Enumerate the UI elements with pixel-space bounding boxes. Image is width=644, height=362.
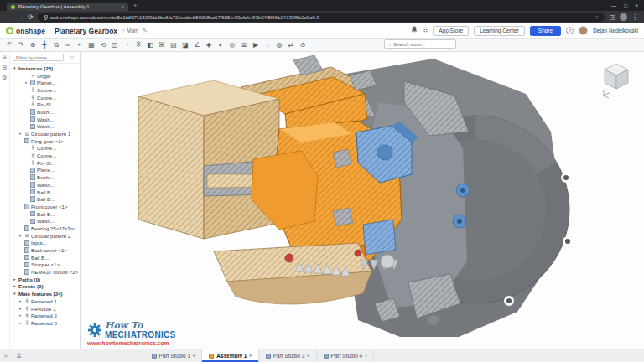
display-states-icon[interactable]: ◧ [144, 39, 156, 50]
user-avatar[interactable] [579, 26, 588, 35]
tree-row[interactable]: Input... [10, 240, 80, 247]
app-store-button[interactable]: App Store [433, 26, 469, 36]
url-field[interactable]: cad.onshape.com/documents/5a1fdfd71182f9… [38, 13, 605, 22]
tree-row[interactable]: Ball B... [10, 195, 80, 203]
extensions-icon[interactable]: ◳ [609, 14, 615, 21]
tree-caret-icon[interactable]: ▸ [18, 321, 23, 325]
tree-caret-icon[interactable]: ▾ [13, 292, 17, 296]
onshape-logo[interactable]: onshape [6, 27, 45, 35]
tree-row[interactable]: Conne... [10, 86, 80, 94]
branch-indicator[interactable]: ⑂ Main [122, 28, 138, 34]
close-window-icon[interactable]: × [635, 3, 638, 8]
tree-caret-icon[interactable]: ▸ [18, 132, 23, 136]
tree-row[interactable]: Bushi... [10, 108, 80, 116]
new-tab-button[interactable]: + [133, 2, 138, 9]
tree-row[interactable]: Origin [10, 72, 80, 80]
isolate-icon[interactable]: ◌ [262, 39, 273, 50]
forward-icon[interactable]: → [17, 14, 23, 21]
tab-search-icon[interactable]: ⌕ [0, 349, 12, 362]
transform-icon[interactable]: ⇄ [285, 39, 297, 50]
tree-row[interactable]: ▸ Paths (0) [10, 276, 80, 283]
tree-row[interactable]: Back cover <1> [10, 246, 80, 254]
tree-row[interactable]: ▸ Planet... [10, 79, 80, 86]
tree-row[interactable]: Front cover <1> [10, 203, 80, 210]
tree-caret-icon[interactable]: ▸ [13, 277, 17, 282]
tree-row[interactable]: ▸ Fastened 3 [10, 319, 80, 327]
tree-caret-icon[interactable]: ▾ [13, 66, 17, 70]
replicate-icon[interactable]: ◫ [109, 39, 121, 50]
section-view-icon[interactable]: ◪ [179, 39, 191, 50]
tree-row[interactable]: ▸ Fastened 1 [10, 297, 80, 305]
relation-icon[interactable]: ∞ [62, 39, 74, 50]
tree-filter-input[interactable] [13, 54, 64, 61]
tree-row[interactable]: ▸ Fastened 2 [10, 312, 80, 319]
maximize-icon[interactable]: □ [624, 3, 627, 8]
document-tab[interactable]: Assembly 1 ▾ [202, 349, 258, 362]
reload-icon[interactable]: ⟳ [28, 14, 34, 21]
tab-menu-caret-icon[interactable]: ▾ [365, 354, 366, 358]
tree-row[interactable]: NEMA17 mount <1> [10, 268, 80, 276]
appearance-icon[interactable]: ◐ [215, 39, 226, 50]
tree-row[interactable]: Bushi... [10, 173, 80, 181]
linear-pattern-icon[interactable]: ▦ [86, 39, 97, 50]
tree-row[interactable]: Conne... [10, 152, 80, 159]
tree-row[interactable]: ▾ Instances (28) [10, 65, 80, 72]
measure-icon[interactable]: ∠ [191, 39, 203, 50]
insert-icon[interactable]: ⊕ [27, 39, 39, 50]
tab-menu-caret-icon[interactable]: ▾ [193, 354, 195, 358]
undo-icon[interactable]: ↶ [3, 39, 15, 50]
view-cube[interactable] [597, 59, 636, 101]
tree-caret-icon[interactable]: ▸ [18, 299, 23, 303]
help-icon[interactable]: ? [566, 27, 574, 34]
tree-row[interactable]: ▸ Circular pattern 2 [10, 232, 80, 240]
browser-menu-icon[interactable]: ⋮ [631, 14, 638, 21]
features-panel-icon[interactable]: ⊞ [3, 65, 8, 70]
group-icon[interactable]: ⧉ [50, 39, 62, 50]
mate-icon[interactable]: ╋ [39, 39, 50, 50]
mate-connector-icon[interactable]: ⌖ [74, 39, 86, 50]
close-tab-icon[interactable]: × [121, 4, 124, 9]
search-tools-input[interactable] [393, 42, 452, 47]
redo-icon[interactable]: ↷ [15, 39, 27, 50]
tab-manager-icon[interactable]: ≣ [12, 349, 25, 362]
document-tab[interactable]: Part Studio 3 ▾ [259, 349, 317, 362]
browser-profile-avatar[interactable] [620, 13, 627, 21]
tab-menu-caret-icon[interactable]: ▾ [249, 354, 251, 358]
minimize-icon[interactable]: — [611, 3, 617, 8]
tree-row[interactable]: Plane... [10, 167, 80, 174]
tree-caret-icon[interactable]: ▸ [18, 313, 23, 318]
tree-row[interactable]: Pin-Sl... [10, 101, 80, 108]
tree-row[interactable]: ▾ Mate features (24) [10, 290, 80, 297]
tree-row[interactable]: Wash... [10, 123, 80, 131]
browser-tab[interactable]: Planetary Gearbox | Assembly 1 × [7, 3, 128, 11]
bookmark-star-icon[interactable]: ☆ [594, 14, 599, 21]
back-icon[interactable]: ← [6, 14, 13, 21]
tree-row[interactable]: Wash... [10, 181, 80, 189]
tree-caret-icon[interactable]: ▸ [18, 307, 23, 311]
tree-row[interactable]: ▸ Circular pattern 1 [10, 130, 80, 137]
animate-icon[interactable]: ▶ [250, 39, 262, 50]
document-title[interactable]: Planetary Gearbox [55, 27, 117, 35]
tree-row[interactable]: Stopper <1> [10, 261, 80, 269]
tree-row[interactable]: Wash... [10, 217, 80, 225]
hole-icon[interactable]: ◎ [226, 39, 238, 50]
notifications-bell-icon[interactable] [411, 26, 418, 35]
tree-row[interactable]: Conne... [10, 94, 80, 101]
document-tab[interactable]: Part Studio 4 ▾ [317, 349, 375, 362]
hide-icon[interactable]: ◍ [273, 39, 285, 50]
tree-caret-icon[interactable]: ▸ [24, 80, 29, 85]
center-of-mass-icon[interactable]: ⊙ [297, 39, 309, 50]
circular-pattern-icon[interactable]: ⟲ [97, 39, 109, 50]
share-button[interactable]: Share [530, 26, 561, 36]
tab-menu-caret-icon[interactable]: ▾ [307, 354, 309, 358]
learning-center-button[interactable]: Learning Center [474, 26, 525, 36]
sheet-icon[interactable]: ▤ [168, 39, 179, 50]
tree-caret-icon[interactable]: ▸ [13, 284, 17, 288]
tree-row[interactable]: Pin-Sl... [10, 159, 80, 167]
mass-properties-icon[interactable]: ◈ [203, 39, 215, 50]
tree-row[interactable]: Ball B... [10, 254, 80, 261]
tree-caret-icon[interactable]: ▸ [18, 234, 23, 238]
tree-row[interactable]: Ball B... [10, 210, 80, 218]
snapshot-icon[interactable]: ◔ [121, 39, 132, 50]
rename-pencil-icon[interactable]: ✎ [143, 28, 148, 34]
